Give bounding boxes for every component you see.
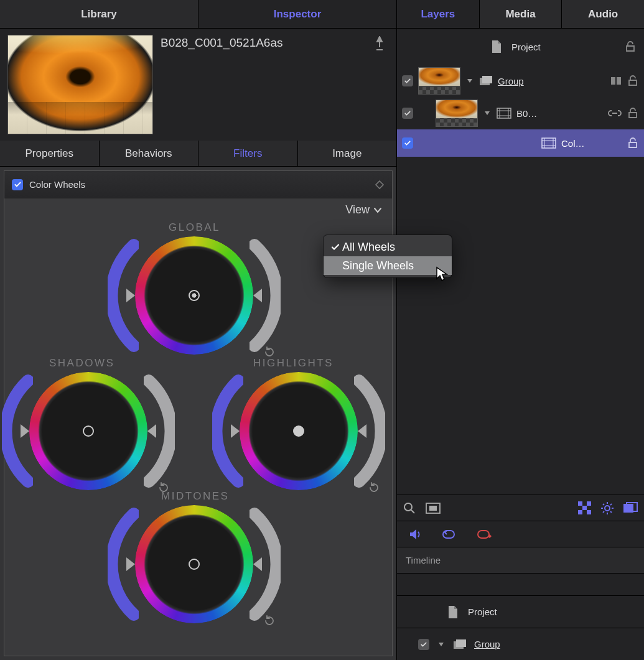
wheel-center-global[interactable]: [189, 290, 200, 301]
tab-audio[interactable]: Audio: [561, 0, 644, 28]
checkmark-icon: [329, 242, 342, 252]
disclosure-triangle-icon[interactable]: [437, 640, 446, 649]
menu-item-all-wheels[interactable]: All Wheels: [324, 238, 452, 256]
tab-inspector[interactable]: Inspector: [198, 0, 396, 28]
menu-item-label: Single Wheels: [342, 259, 414, 272]
wheel-handle-left[interactable]: [126, 557, 135, 571]
left-top-tabs: Library Inspector: [0, 0, 396, 29]
color-wheel-shadows[interactable]: [29, 372, 147, 490]
layers-toolbar: [397, 495, 644, 521]
search-icon[interactable]: [403, 502, 416, 514]
reset-global-icon[interactable]: [263, 346, 276, 358]
timeline-label: Timeline: [406, 555, 441, 565]
layer-visibility-checkbox[interactable]: [402, 137, 413, 149]
wheel-handle-left[interactable]: [231, 424, 240, 438]
reset-shadows-icon[interactable]: [157, 481, 170, 494]
document-icon: [490, 39, 503, 54]
wheel-center-shadows[interactable]: [83, 425, 94, 437]
tab-layers[interactable]: Layers: [397, 0, 479, 28]
timeline-toolbar: [397, 521, 644, 547]
menu-item-single-wheels[interactable]: Single Wheels: [324, 256, 452, 275]
color-wheel-midtones[interactable]: [135, 505, 253, 623]
subtab-image[interactable]: Image: [297, 141, 397, 166]
svg-rect-14: [456, 639, 466, 647]
svg-rect-8: [429, 506, 437, 511]
lock-icon[interactable]: [627, 107, 639, 119]
layer-clip-label[interactable]: B0…: [516, 108, 603, 119]
checkerboard-icon[interactable]: [578, 501, 592, 515]
gear-icon[interactable]: [600, 501, 614, 515]
wheel-handle-right[interactable]: [147, 424, 156, 438]
loop-icon[interactable]: [441, 529, 457, 540]
layer-thumbnail: [418, 67, 460, 95]
layer-row-project[interactable]: Project: [397, 29, 644, 65]
wheel-handle-left[interactable]: [21, 424, 29, 438]
clip-name: B028_C001_0521A6as: [161, 35, 283, 134]
svg-rect-2: [611, 77, 615, 85]
wheel-label-midtones: MIDTONES: [161, 490, 229, 503]
layer-filter-label[interactable]: Col…: [561, 138, 622, 149]
link-icon[interactable]: [608, 109, 622, 118]
layer-row-filter[interactable]: Col…: [397, 129, 644, 157]
group-icon: [479, 75, 493, 86]
record-icon[interactable]: [475, 529, 492, 540]
fit-icon[interactable]: [426, 503, 441, 514]
wheel-center-midtones[interactable]: [189, 559, 200, 570]
pass-through-icon[interactable]: [610, 75, 622, 86]
lock-icon[interactable]: [624, 40, 637, 53]
wheel-handle-right[interactable]: [253, 289, 262, 302]
color-wheel-global[interactable]: [135, 236, 253, 355]
timeline-group-row[interactable]: Group: [397, 628, 644, 660]
layer-visibility-checkbox[interactable]: [402, 75, 413, 86]
right-top-tabs: Layers Media Audio: [397, 0, 644, 29]
subtab-behaviors[interactable]: Behaviors: [99, 141, 198, 166]
reset-midtones-icon[interactable]: [263, 615, 276, 627]
wheel-label-global: GLOBAL: [169, 221, 220, 234]
view-menu-button[interactable]: View: [345, 203, 382, 216]
layer-project-label: Project: [511, 42, 541, 52]
timeline-project-label: Project: [468, 607, 497, 617]
timeline-header[interactable]: Timeline: [397, 547, 644, 573]
filter-section-title: Color Wheels: [29, 179, 85, 190]
view-menu-label: View: [345, 203, 370, 216]
tab-media[interactable]: Media: [479, 0, 562, 28]
tab-library[interactable]: Library: [0, 0, 198, 28]
filter-section-header[interactable]: Color Wheels: [4, 171, 392, 198]
subtab-filters[interactable]: Filters: [198, 141, 297, 166]
inspector-subtabs: Properties Behaviors Filters Image: [0, 141, 396, 167]
audio-icon[interactable]: [408, 528, 422, 541]
color-wheel-highlights[interactable]: [240, 372, 358, 490]
color-wheels-area: GLOBAL SHADOWS HIGHLIGHTS MIDTONES: [4, 221, 392, 644]
lock-icon[interactable]: [627, 137, 639, 149]
disclosure-triangle-icon[interactable]: [465, 77, 474, 85]
keyframe-icon[interactable]: [375, 180, 385, 190]
timeline-group-label[interactable]: Group: [474, 639, 500, 649]
wheel-center-highlights[interactable]: [293, 425, 304, 437]
filter-enable-checkbox[interactable]: [12, 179, 23, 190]
layer-visibility-checkbox[interactable]: [418, 639, 429, 650]
wheel-handle-left[interactable]: [126, 289, 135, 302]
svg-rect-3: [617, 77, 621, 85]
clip-thumbnail[interactable]: [7, 35, 153, 134]
wheel-handle-right[interactable]: [358, 424, 366, 438]
reset-highlights-icon[interactable]: [368, 481, 380, 494]
layer-visibility-checkbox[interactable]: [402, 108, 413, 119]
layer-row-clip[interactable]: B0…: [397, 97, 644, 129]
disclosure-triangle-icon[interactable]: [483, 109, 492, 118]
layers-list: Project Group: [397, 29, 644, 157]
svg-rect-1: [482, 76, 492, 83]
layer-group-label[interactable]: Group: [498, 76, 605, 86]
view-popup-menu: All Wheels Single Wheels: [324, 235, 452, 277]
filter-filmstrip-icon: [541, 137, 556, 149]
subtab-properties[interactable]: Properties: [0, 141, 99, 166]
svg-rect-5: [542, 138, 556, 148]
wheel-handle-right[interactable]: [253, 557, 262, 571]
svg-rect-4: [497, 108, 511, 118]
timeline-project-row[interactable]: Project: [397, 595, 644, 628]
cursor-icon: [436, 266, 449, 282]
lock-icon[interactable]: [627, 75, 639, 87]
filmstrip-icon: [497, 108, 511, 119]
layer-row-group[interactable]: Group: [397, 65, 644, 97]
pin-button[interactable]: [374, 35, 389, 134]
panel-icon[interactable]: [623, 502, 638, 514]
